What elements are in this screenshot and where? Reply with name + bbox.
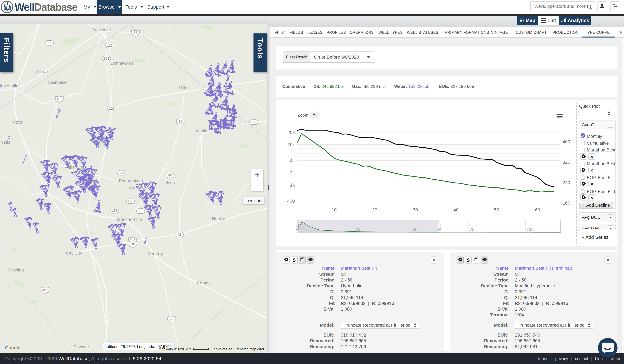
svg-text:Runge: Runge [212, 216, 225, 221]
svg-text:87: 87 [134, 31, 137, 34]
svg-text:40: 40 [453, 207, 458, 212]
svg-text:Gillett: Gillett [179, 85, 190, 90]
svg-text:80: 80 [168, 173, 172, 177]
svg-text:50: 50 [413, 227, 417, 232]
svg-text:320: 320 [563, 160, 570, 165]
svg-text:1k: 1k [290, 182, 295, 188]
svg-text:30: 30 [413, 207, 418, 212]
svg-text:Falls City: Falls City [64, 165, 84, 170]
svg-text:Choate: Choate [197, 281, 211, 285]
svg-text:72: 72 [177, 233, 181, 236]
svg-text:239: 239 [169, 317, 174, 320]
svg-text:123: 123 [104, 56, 109, 60]
svg-text:Hobson: Hobson [82, 179, 97, 183]
svg-text:181: 181 [56, 97, 62, 101]
svg-text:60: 60 [535, 207, 540, 212]
svg-text:2k: 2k [290, 170, 295, 175]
svg-text:Wilson: Wilson [36, 70, 51, 73]
svg-text:Coy City: Coy City [66, 251, 82, 256]
svg-text:20: 20 [372, 207, 377, 212]
svg-text:4k: 4k [290, 158, 295, 163]
svg-text:20k: 20k [287, 130, 295, 135]
svg-text:50: 50 [494, 207, 499, 212]
svg-text:240: 240 [563, 180, 570, 185]
svg-text:123: 123 [109, 106, 115, 110]
svg-text:10k: 10k [287, 142, 295, 147]
svg-text:181: 181 [112, 209, 117, 212]
svg-text:123: 123 [128, 199, 133, 203]
svg-text:Poth: Poth [13, 120, 22, 125]
svg-text:123: 123 [119, 171, 125, 174]
svg-text:181: 181 [42, 288, 48, 292]
svg-text:80: 80 [139, 209, 142, 213]
svg-text:Sunnyside: Sunnyside [48, 80, 66, 84]
svg-text:119: 119 [251, 120, 257, 124]
svg-text:160: 160 [563, 200, 570, 206]
svg-text:Pawnee: Pawnee [74, 344, 89, 349]
svg-text:75: 75 [470, 227, 474, 232]
svg-text:Ecleto: Ecleto [196, 128, 207, 133]
svg-text:Karnes: Karnes [129, 186, 145, 190]
svg-text:vees: vees [1, 140, 10, 145]
svg-text:Denhawken: Denhawken [111, 61, 133, 66]
svg-text:80: 80 [179, 120, 182, 123]
svg-text:400: 400 [287, 198, 295, 204]
svg-text:400: 400 [563, 139, 570, 144]
svg-text:Helena: Helena [161, 180, 175, 185]
svg-text:97: 97 [48, 41, 51, 45]
svg-text:10: 10 [332, 207, 337, 212]
svg-text:Fashing: Fashing [9, 267, 24, 272]
svg-text:Stockdale: Stockdale [92, 27, 111, 32]
svg-text:25: 25 [356, 227, 360, 232]
svg-text:Karnes City: Karnes City [117, 217, 142, 222]
svg-text:100: 100 [526, 227, 533, 232]
svg-text:Panna Maria: Panna Maria [119, 178, 143, 183]
svg-text:BUS: BUS [130, 238, 135, 241]
svg-text:Floresville: Floresville [0, 83, 19, 88]
svg-text:181: 181 [130, 243, 135, 246]
svg-text:119: 119 [107, 44, 112, 47]
svg-text:Kenedy: Kenedy [148, 251, 163, 256]
